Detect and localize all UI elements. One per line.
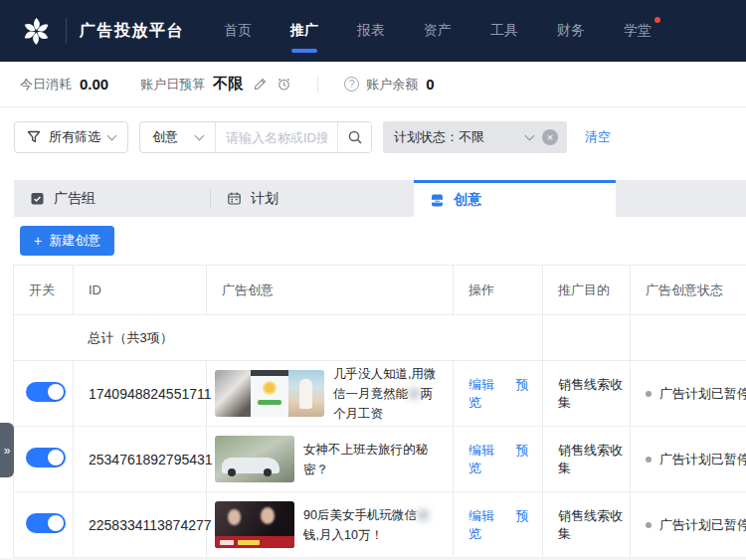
clipboard-check-icon xyxy=(30,191,45,206)
account-stats-bar: 今日消耗 0.00 账户日预算 不限 ? 账户余额 0 xyxy=(0,62,746,107)
tab-plans-label: 计划 xyxy=(251,190,279,208)
status-badge: 广告计划已暂停 xyxy=(646,385,746,403)
all-filters-button[interactable]: 所有筛选 xyxy=(14,121,128,153)
creative-toggle[interactable] xyxy=(26,382,66,402)
remove-filter-icon[interactable]: × xyxy=(542,129,558,145)
app-title: 广告投放平台 xyxy=(80,21,184,42)
nav-item-promotion[interactable]: 推广 xyxy=(290,18,318,44)
status-badge: 广告计划已暂停 xyxy=(646,451,746,468)
today-spend-value: 0.00 xyxy=(80,76,108,93)
totals-empty-cell xyxy=(631,315,746,361)
search-button[interactable] xyxy=(337,122,371,152)
search-icon xyxy=(347,129,363,145)
status-badge: 广告计划已暂停 xyxy=(646,516,746,534)
balance-value: 0 xyxy=(426,76,434,93)
header-switch: 开关 xyxy=(14,266,74,315)
totals-empty-cell xyxy=(543,315,631,361)
header-id: ID xyxy=(74,266,207,315)
search-type-select[interactable]: 创意 xyxy=(140,122,216,152)
balance-stat: ? 账户余额 0 xyxy=(344,76,434,93)
status-dot-icon xyxy=(646,391,652,397)
calendar-icon xyxy=(227,191,242,206)
promotion-objective: 销售线索收集 xyxy=(543,427,631,492)
table-row: 1740948824551711 几乎没人知道,用微信一月竟然能赚两个月工资 xyxy=(14,361,746,427)
totals-row: 总计（共3项） xyxy=(14,315,746,361)
tab-plans[interactable]: 计划 xyxy=(211,180,414,217)
edit-link[interactable]: 编辑 xyxy=(468,508,494,523)
stats-divider xyxy=(317,77,318,93)
creative-thumbnail xyxy=(215,501,294,548)
search-group: 创意 xyxy=(139,121,372,153)
today-spend-label: 今日消耗 xyxy=(20,76,72,93)
tab-creatives[interactable]: 创意 xyxy=(414,180,616,217)
chevron-down-icon xyxy=(107,130,117,140)
plan-status-filter-tag[interactable]: 计划状态：不限 × xyxy=(383,121,567,153)
help-icon[interactable]: ? xyxy=(344,77,359,92)
status-dot-icon xyxy=(646,457,652,463)
nav-item-tools[interactable]: 工具 xyxy=(490,18,518,44)
nav-item-assets[interactable]: 资产 xyxy=(424,18,452,44)
creative-id: 1740948824551711 xyxy=(74,361,207,427)
creative-title: 女神不上班去旅行的秘密？ xyxy=(303,440,443,479)
creative-thumbnail xyxy=(215,436,294,482)
totals-empty-cell xyxy=(207,315,454,361)
header-creative: 广告创意 xyxy=(207,266,454,315)
daily-budget-value: 不限 xyxy=(213,75,243,93)
promotion-objective: 销售线索收集 xyxy=(543,492,631,558)
funnel-icon xyxy=(27,130,41,144)
table-row: 2534761892795431 女神不上班去旅行的秘密？ 编辑 预览 xyxy=(14,427,746,492)
brand-logo-icon xyxy=(20,15,53,48)
all-filters-label: 所有筛选 xyxy=(49,128,100,146)
plan-status-tag-label: 计划状态：不限 xyxy=(394,128,484,146)
creative-title: 几乎没人知道,用微信一月竟然能赚两个月工资 xyxy=(333,364,443,424)
filter-bar: 所有筛选 创意 计划状态：不限 × 清空 xyxy=(0,107,746,180)
status-dot-icon xyxy=(646,522,652,528)
chevron-down-icon xyxy=(525,130,535,140)
status-text: 广告计划已暂停 xyxy=(659,451,746,468)
tab-ad-groups[interactable]: 广告组 xyxy=(14,180,210,217)
header-status: 广告创意状态 xyxy=(631,266,746,315)
main-nav: 首页 推广 报表 资产 工具 财务 学堂 xyxy=(224,18,652,44)
totals-empty-cell xyxy=(454,315,543,361)
chevron-down-icon xyxy=(195,130,205,140)
nav-item-finance[interactable]: 财务 xyxy=(557,18,585,44)
nav-item-reports[interactable]: 报表 xyxy=(357,18,385,44)
redacted-text: 赚 xyxy=(417,508,430,522)
promotion-objective: 销售线索收集 xyxy=(543,361,631,427)
today-spend-stat: 今日消耗 0.00 xyxy=(20,76,108,93)
nav-item-academy-label: 学堂 xyxy=(624,22,652,38)
balance-label: 账户余额 xyxy=(366,76,418,93)
creative-title: 90后美女手机玩微信赚钱,月入10万！ xyxy=(303,505,443,545)
header-objective: 推广目的 xyxy=(543,266,631,315)
edit-link[interactable]: 编辑 xyxy=(468,443,494,458)
search-type-value: 创意 xyxy=(152,128,178,146)
table-header-row: 开关 ID 广告创意 操作 推广目的 广告创意状态 xyxy=(14,266,746,315)
nav-item-home[interactable]: 首页 xyxy=(224,18,252,44)
entity-tabs: 广告组 计划 创意 xyxy=(14,180,746,217)
search-input[interactable] xyxy=(216,122,337,152)
top-navbar: 广告投放平台 首页 推广 报表 资产 工具 财务 学堂 xyxy=(0,0,746,62)
tab-creatives-label: 创意 xyxy=(454,191,481,209)
sidebar-expand-handle[interactable]: » xyxy=(0,423,14,477)
status-text: 广告计划已暂停 xyxy=(659,516,746,534)
new-creative-button[interactable]: + 新建创意 xyxy=(20,226,114,256)
creative-toggle[interactable] xyxy=(26,448,66,467)
clear-filters-link[interactable]: 清空 xyxy=(585,121,611,153)
redacted-text: 赚 xyxy=(408,387,421,401)
edit-budget-icon[interactable] xyxy=(253,77,268,92)
notification-dot xyxy=(654,17,660,23)
tab-ad-groups-label: 广告组 xyxy=(54,190,95,208)
plus-icon: + xyxy=(34,233,42,249)
budget-schedule-icon[interactable] xyxy=(277,77,291,92)
creative-thumbnail xyxy=(215,370,324,417)
creative-toggle[interactable] xyxy=(26,513,66,533)
creative-id: 2534761892795431 xyxy=(74,427,207,492)
creative-id: 2258334113874277 xyxy=(74,492,207,558)
daily-budget-label: 账户日预算 xyxy=(140,76,205,93)
nav-item-academy[interactable]: 学堂 xyxy=(624,18,652,44)
edit-link[interactable]: 编辑 xyxy=(468,377,494,392)
list-toolbar: + 新建创意 xyxy=(0,217,746,265)
daily-budget-stat: 账户日预算 不限 xyxy=(140,75,291,93)
creative-card-icon xyxy=(430,193,445,208)
totals-label: 总计（共3项） xyxy=(74,315,207,361)
